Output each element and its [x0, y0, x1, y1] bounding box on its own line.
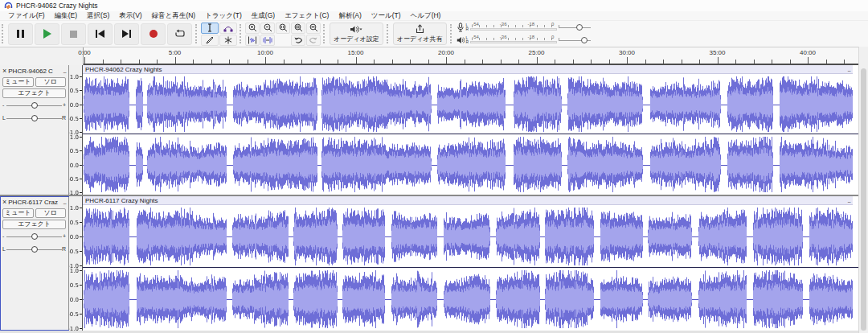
track-1-clip-menu-button[interactable]: ... [847, 66, 850, 73]
stop-button[interactable] [61, 23, 86, 45]
ruler-label: 10:00 [257, 49, 273, 56]
ruler-tick [645, 60, 646, 64]
track-1-close-button[interactable]: × [2, 68, 6, 75]
ruler-tick [844, 60, 845, 64]
menu-item-5[interactable]: トラック(T) [200, 11, 247, 21]
toolbar-grip[interactable] [195, 24, 199, 43]
track-2-mute-button[interactable]: ミュート [2, 208, 34, 218]
draw-tool-button[interactable] [201, 35, 219, 46]
ruler-tick [301, 60, 302, 64]
timeline-ruler[interactable]: 0:005:0010:0015:0020:0025:0030:0035:0040… [84, 47, 858, 65]
zoom-selection-button[interactable] [276, 23, 290, 34]
zoom-toggle-button[interactable] [306, 23, 321, 34]
track-1-pan-slider[interactable]: L R [2, 113, 66, 124]
track-1-mute-button[interactable]: ミュート [2, 77, 34, 87]
menu-item-1[interactable]: 編集(E) [50, 11, 82, 21]
track-2-vertical-scale[interactable] [69, 196, 83, 331]
play-button[interactable] [35, 23, 59, 45]
track-2-effects-button[interactable]: エフェクト [2, 220, 66, 229]
track-1-menu-button[interactable]: ... [63, 68, 66, 75]
track-1-gain-thumb[interactable] [31, 102, 38, 109]
track-1-clip-header[interactable]: PHCR-94062 Crazy Nights ... [83, 65, 853, 74]
ruler-tick [609, 60, 610, 64]
track-2-waveform-area[interactable]: PHCR-6117 Crazy Nights ... [83, 196, 858, 331]
scrollbar-cap [858, 47, 868, 66]
menu-item-3[interactable]: 表示(V) [114, 11, 146, 21]
speaker-icon [457, 35, 465, 45]
track-2-menu-button[interactable]: ... [63, 199, 66, 206]
pause-icon [17, 30, 24, 38]
recording-volume-thumb[interactable] [576, 24, 583, 31]
recording-meter[interactable]: LR -54-36-180 [457, 22, 592, 33]
menu-item-4[interactable]: 録音と再生(N) [147, 11, 201, 21]
gain-minus-label: - [2, 233, 4, 239]
ruler-tick [772, 60, 772, 64]
track-2-clip-menu-button[interactable]: ... [847, 197, 850, 204]
toolbar-grip[interactable] [240, 24, 243, 43]
track-2-close-button[interactable]: × [2, 199, 6, 206]
audio-setup-button[interactable]: オーディオ設定 [330, 23, 383, 45]
record-button[interactable] [141, 23, 166, 45]
toolbar-grip[interactable] [450, 24, 453, 43]
skip-to-start-button[interactable] [88, 23, 113, 45]
toolbar-grip[interactable] [387, 24, 390, 43]
zoom-out-button[interactable] [260, 23, 275, 34]
menu-item-0[interactable]: ファイル(F) [3, 11, 50, 21]
ruler-tick [248, 60, 248, 64]
playback-volume-slider[interactable] [559, 35, 591, 45]
recording-volume-slider[interactable] [559, 23, 591, 32]
skip-to-end-button[interactable] [114, 23, 139, 45]
undo-button[interactable] [291, 35, 305, 46]
skip-to-start-icon [96, 30, 104, 38]
track-1-waveform[interactable] [83, 74, 858, 195]
track-2-gain-slider[interactable]: - + [2, 232, 66, 242]
track-1-waveform-area[interactable]: PHCR-94062 Crazy Nights ... [83, 65, 858, 195]
pan-right-label: R [62, 246, 66, 252]
track-1-gain-slider[interactable]: - + [2, 101, 66, 111]
recording-meter-scale: -54-36-180 [470, 23, 557, 32]
track-2-pan-thumb[interactable] [31, 246, 38, 253]
ruler-tick [663, 60, 664, 64]
menu-item-7[interactable]: エフェクト(C) [280, 11, 334, 21]
pause-button[interactable] [8, 23, 33, 45]
share-audio-button[interactable]: オーディオ共有 [393, 23, 447, 45]
playback-meter[interactable]: LR -54-36-180 [457, 35, 592, 46]
track-2-solo-button[interactable]: ソロ [35, 208, 67, 218]
ruler-label: 5:00 [169, 49, 182, 56]
vertical-scrollbar[interactable] [858, 66, 868, 333]
toolbar-grip[interactable] [323, 24, 326, 43]
ruler-tick [735, 60, 736, 64]
playback-volume-thumb[interactable] [581, 37, 588, 43]
ruler-tick [338, 60, 338, 64]
trim-audio-icon [248, 36, 257, 44]
ruler-tick [591, 60, 592, 64]
menu-item-9[interactable]: ツール(T) [366, 11, 406, 21]
track-1-pan-thumb[interactable] [31, 115, 38, 121]
redo-button[interactable] [306, 35, 321, 46]
silence-audio-button[interactable] [260, 35, 275, 46]
track-2-waveform[interactable] [83, 205, 858, 331]
zoom-fit-project-button[interactable] [291, 23, 305, 34]
track-2-pan-slider[interactable]: L R [2, 245, 66, 255]
track-2-gain-thumb[interactable] [31, 233, 38, 240]
ruler-tick [754, 60, 755, 64]
zoom-out-icon [264, 23, 272, 32]
menu-item-8[interactable]: 解析(A) [334, 11, 366, 21]
track-1-vertical-scale[interactable] [69, 65, 83, 195]
menu-item-10[interactable]: ヘルプ(H) [406, 11, 446, 21]
multi-tool-button[interactable] [219, 35, 237, 46]
vertical-scrollbar-thumb[interactable] [861, 68, 866, 331]
track-1-effects-button[interactable]: エフェクト [2, 88, 66, 98]
loop-button[interactable] [167, 23, 192, 45]
toolbar-grip[interactable] [2, 24, 5, 43]
trim-audio-button[interactable] [245, 35, 260, 46]
zoom-in-button[interactable] [245, 23, 260, 34]
track-2-clip-header[interactable]: PHCR-6117 Crazy Nights ... [83, 196, 853, 205]
menu-item-6[interactable]: 生成(G) [247, 11, 280, 21]
envelope-tool-button[interactable] [219, 23, 237, 34]
track-1-solo-button[interactable]: ソロ [35, 77, 67, 87]
multi-tool-icon [224, 36, 232, 44]
ruler-tick [428, 60, 429, 64]
selection-tool-button[interactable] [201, 23, 219, 34]
menu-item-2[interactable]: 選択(S) [82, 11, 114, 21]
